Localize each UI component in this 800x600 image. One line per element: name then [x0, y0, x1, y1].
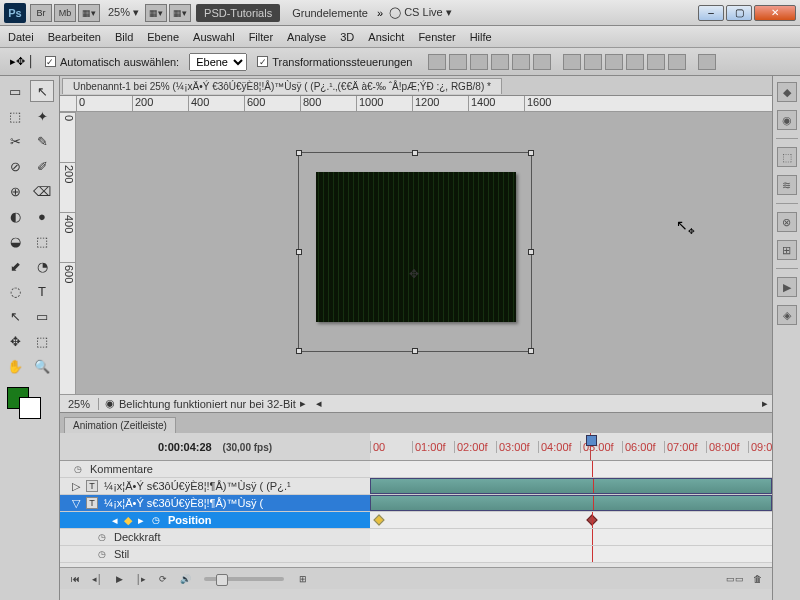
tool-8[interactable]: ⊕ — [3, 180, 27, 202]
align-icon[interactable] — [491, 54, 509, 70]
align-icon[interactable] — [449, 54, 467, 70]
zoom-level[interactable]: 25% ▾ — [108, 6, 139, 19]
delete-button[interactable]: 🗑 — [748, 572, 766, 586]
audio-button[interactable]: 🔊 — [176, 572, 194, 586]
workspace-psd-tutorials[interactable]: PSD-Tutorials — [196, 4, 280, 22]
rewind-button[interactable]: ⏮ — [66, 572, 84, 586]
transform-handle[interactable] — [296, 348, 302, 354]
menu-datei[interactable]: Datei — [8, 31, 34, 43]
loop-button[interactable]: ⟳ — [154, 572, 172, 586]
distribute-icon[interactable] — [668, 54, 686, 70]
arrange-button[interactable]: ▦▾ — [145, 4, 167, 22]
distribute-icon[interactable] — [626, 54, 644, 70]
transform-box[interactable]: ✥ — [298, 152, 532, 352]
status-zoom[interactable]: 25% — [60, 398, 99, 410]
tool-10[interactable]: ◐ — [3, 205, 27, 227]
timeline-mode-icon[interactable]: ⊞ — [294, 572, 312, 586]
dock-icon-4[interactable]: ⊗ — [777, 212, 797, 232]
tool-7[interactable]: ✐ — [30, 155, 54, 177]
transform-handle[interactable] — [528, 249, 534, 255]
menu-3d[interactable]: 3D — [340, 31, 354, 43]
tool-9[interactable]: ⌫ — [30, 180, 54, 202]
track-layer-1[interactable]: ▷T¼¡x¦Ä•Ý ѕ€3ôÚ€ÿÈ8¦!¶Å)™Ùsÿ ( (P¿.¹ — [60, 478, 772, 495]
tool-13[interactable]: ⬚ — [30, 230, 54, 252]
frame-back-button[interactable]: ◂│ — [88, 572, 106, 586]
tool-2[interactable]: ⬚ — [3, 105, 27, 127]
tool-18[interactable]: ↖ — [3, 305, 27, 327]
document-tab[interactable]: Unbenannt-1 bei 25% (¼¡xÄ•Ý €3ôÚ€ÿÈ8¦!Å)… — [62, 78, 502, 94]
transform-handle[interactable] — [296, 249, 302, 255]
distribute-icon[interactable] — [647, 54, 665, 70]
stopwatch-icon[interactable]: ◷ — [96, 531, 108, 543]
align-icon[interactable] — [533, 54, 551, 70]
track-style[interactable]: ◷Stil — [60, 546, 772, 563]
transform-handle[interactable] — [528, 150, 534, 156]
workspace-more-icon[interactable]: » — [377, 7, 383, 19]
menu-filter[interactable]: Filter — [249, 31, 273, 43]
minimize-button[interactable]: – — [698, 5, 724, 21]
keyframe[interactable] — [373, 514, 384, 525]
tool-11[interactable]: ● — [30, 205, 54, 227]
track-opacity[interactable]: ◷Deckkraft — [60, 529, 772, 546]
stopwatch-icon[interactable]: ◷ — [72, 463, 84, 475]
zoom-slider[interactable] — [204, 577, 284, 581]
keyframe-diamond-icon[interactable]: ◆ — [124, 514, 132, 527]
expand-icon[interactable]: ▷ — [72, 480, 80, 493]
menu-bild[interactable]: Bild — [115, 31, 133, 43]
tool-23[interactable]: 🔍 — [30, 355, 54, 377]
workspace-grundelemente[interactable]: Grundelemente — [286, 4, 374, 22]
dock-icon-3[interactable]: ≋ — [777, 175, 797, 195]
collapse-icon[interactable]: ▽ — [72, 497, 80, 510]
auto-select-dropdown[interactable]: Ebene — [189, 53, 247, 71]
maximize-button[interactable]: ▢ — [726, 5, 752, 21]
menu-fenster[interactable]: Fenster — [418, 31, 455, 43]
dock-icon-0[interactable]: ◆ — [777, 82, 797, 102]
tool-17[interactable]: T — [30, 280, 54, 302]
menu-ansicht[interactable]: Ansicht — [368, 31, 404, 43]
track-layer-2[interactable]: ▽T¼¡x¦Ä•Ý ѕ€3ôÚ€ÿÈ8¦!¶Å)™Ùsÿ ( — [60, 495, 772, 512]
menu-ebene[interactable]: Ebene — [147, 31, 179, 43]
distribute-icon[interactable] — [605, 54, 623, 70]
tool-19[interactable]: ▭ — [30, 305, 54, 327]
close-button[interactable]: ✕ — [754, 5, 796, 21]
tool-0[interactable]: ▭ — [3, 80, 27, 102]
transform-handle[interactable] — [528, 348, 534, 354]
dock-icon-5[interactable]: ⊞ — [777, 240, 797, 260]
menu-bearbeiten[interactable]: Bearbeiten — [48, 31, 101, 43]
tool-22[interactable]: ✋ — [3, 355, 27, 377]
prev-keyframe-icon[interactable]: ◂ — [112, 514, 118, 527]
tool-15[interactable]: ◔ — [30, 255, 54, 277]
playhead[interactable] — [590, 433, 591, 460]
transform-controls-checkbox[interactable]: ✓Transformationssteuerungen — [257, 56, 412, 68]
horizontal-scrollbar[interactable]: ◂▸ — [312, 397, 772, 410]
color-swatches[interactable] — [3, 387, 56, 421]
tool-14[interactable]: ⬋ — [3, 255, 27, 277]
screen-mode-button[interactable]: ▦▾ — [78, 4, 100, 22]
mini-bridge-button[interactable]: Mb — [54, 4, 76, 22]
dock-icon-6[interactable]: ▶ — [777, 277, 797, 297]
tool-1[interactable]: ↖ — [30, 80, 54, 102]
bridge-button[interactable]: Br — [30, 4, 52, 22]
vertical-ruler[interactable]: 0200400600 — [60, 112, 76, 394]
dock-icon-1[interactable]: ◉ — [777, 110, 797, 130]
dock-icon-7[interactable]: ◈ — [777, 305, 797, 325]
track-position[interactable]: ◂◆▸◷Position — [60, 512, 772, 529]
auto-align-icon[interactable] — [698, 54, 716, 70]
extras-button[interactable]: ▦▾ — [169, 4, 191, 22]
tool-3[interactable]: ✦ — [30, 105, 54, 127]
background-color[interactable] — [19, 397, 41, 419]
distribute-icon[interactable] — [563, 54, 581, 70]
time-ruler[interactable]: 0001:00f02:00f03:00f04:00f05:00f06:00f07… — [370, 433, 772, 460]
transform-handle[interactable] — [412, 348, 418, 354]
stopwatch-icon[interactable]: ◷ — [96, 548, 108, 560]
stopwatch-icon[interactable]: ◷ — [150, 514, 162, 526]
convert-frames-button[interactable]: ▭▭ — [726, 572, 744, 586]
horizontal-ruler[interactable]: 02004006008001000120014001600 — [60, 96, 772, 112]
tool-16[interactable]: ◌ — [3, 280, 27, 302]
tool-12[interactable]: ◒ — [3, 230, 27, 252]
canvas[interactable]: ✥ ↖✥ — [76, 112, 772, 394]
menu-analyse[interactable]: Analyse — [287, 31, 326, 43]
tool-6[interactable]: ⊘ — [3, 155, 27, 177]
current-time[interactable]: 0:00:04:28 (30,00 fps) — [60, 439, 370, 454]
tool-21[interactable]: ⬚ — [30, 330, 54, 352]
